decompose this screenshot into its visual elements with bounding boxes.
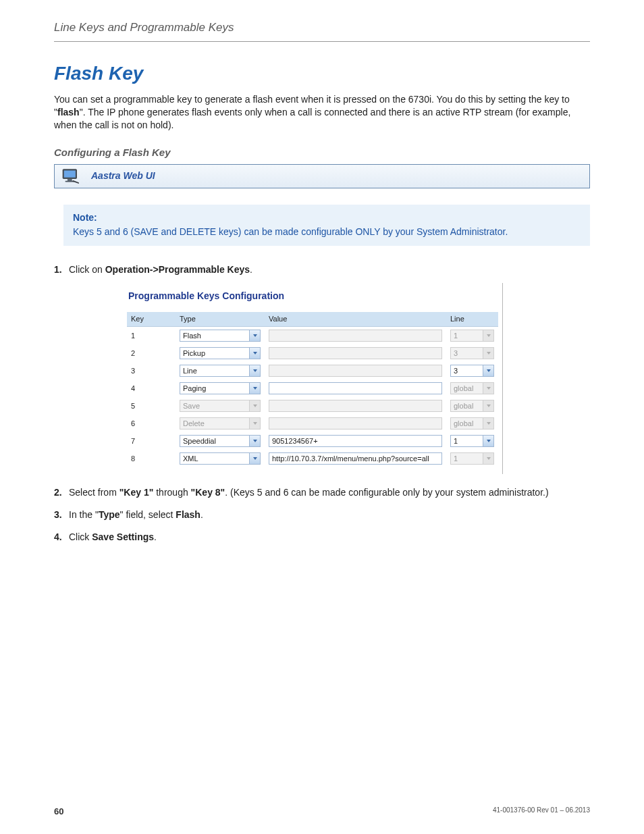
cell-value [265,380,446,397]
cell-value [265,397,446,415]
line-select[interactable]: 3 [450,365,494,377]
step-3: 3. In the "Type" field, select Flash. [54,509,590,521]
table-row: 4Pagingglobal [127,380,498,397]
step-2: 2. Select from "Key 1" through "Key 8". … [54,486,590,499]
step-number: 4. [54,531,62,544]
cell-key: 7 [127,432,176,450]
table-row: 1Flash1 [127,327,498,345]
value-input [269,417,442,429]
chevron-down-icon [249,418,260,429]
chevron-down-icon[interactable] [483,365,493,376]
svg-rect-2 [68,179,72,181]
chevron-down-icon[interactable] [483,436,493,446]
cell-type: XML [176,450,265,467]
value-input[interactable]: http://10.70.3.7/xml/menu/menu.php?sourc… [269,452,442,465]
type-select[interactable]: XML [180,452,261,465]
chevron-down-icon [483,383,493,394]
cell-value [265,327,446,345]
cell-value [265,344,446,362]
step-number: 1. [54,263,62,276]
table-row: 6Deleteglobal [127,415,498,432]
note-label: Note: [73,211,581,224]
value-input [269,400,442,412]
cell-value: http://10.70.3.7/xml/menu/menu.php?sourc… [265,450,446,467]
line-select-value: 3 [451,366,483,376]
running-header: Line Keys and Programmable Keys [54,20,590,42]
table-row: 2Pickup3 [127,344,498,362]
step-1: 1. Click on Operation->Programmable Keys… [54,263,590,474]
type-select[interactable]: Flash [180,330,261,342]
line-select-value: global [451,419,483,429]
type-select-value: Save [180,401,249,411]
line-select-value: 1 [451,331,483,341]
line-select: global [450,417,494,429]
cell-key: 6 [127,415,176,432]
line-select-value: global [451,384,483,394]
type-select[interactable]: Pickup [180,347,261,359]
chevron-down-icon[interactable] [249,453,260,464]
type-select-value: Paging [180,384,249,394]
intro-paragraph: You can set a programmable key to genera… [54,93,590,132]
chevron-down-icon[interactable] [249,330,260,341]
cell-line: global [446,415,498,432]
type-select[interactable]: Paging [180,382,261,394]
step-4-a: Click [69,531,92,542]
cell-type: Pickup [176,344,265,362]
type-select-value: XML [180,454,249,464]
cell-value: 9051234567+ [265,432,446,450]
step-2-a: Select from [69,487,119,498]
type-select: Delete [180,417,261,429]
note-box: Note: Keys 5 and 6 (SAVE and DELETE keys… [63,205,590,246]
cell-type: Save [176,397,265,415]
value-input [269,330,442,342]
note-text: Keys 5 and 6 (SAVE and DELETE keys) can … [73,226,581,238]
value-input-value: http://10.70.3.7/xml/menu/menu.php?sourc… [269,454,441,464]
type-select[interactable]: Speeddial [180,435,261,447]
cell-key: 3 [127,362,176,380]
type-select: Save [180,400,261,412]
step-3-d: Flash [176,509,200,520]
value-input [269,365,442,377]
cell-key: 1 [127,327,176,345]
value-input[interactable] [269,382,442,394]
intro-text-b: ". The IP phone generates flash events o… [54,107,570,130]
chevron-down-icon[interactable] [249,348,260,359]
type-select-value: Delete [180,419,249,429]
chevron-down-icon [483,400,493,411]
cell-type: Flash [176,327,265,345]
intro-bold: flash [57,107,80,118]
value-input-value: 9051234567+ [269,436,441,446]
step-2-b: "Key 1" [119,487,154,498]
cell-line: 1 [446,450,498,467]
step-2-e: . (Keys 5 and 6 can be made configurable… [225,487,548,498]
cell-type: Delete [176,415,265,432]
cell-type: Speeddial [176,432,265,450]
screenshot-title: Programmable Keys Configuration [128,290,497,303]
type-select-value: Pickup [180,348,249,359]
step-3-a: In the " [69,509,99,520]
chevron-down-icon [483,453,493,464]
section-title: Flash Key [54,61,590,86]
step-2-c: through [153,487,190,498]
screenshot-panel: Programmable Keys Configuration Key Type… [123,283,503,474]
cell-value [265,362,446,380]
table-row: 7Speeddial9051234567+1 [127,432,498,450]
cell-key: 5 [127,397,176,415]
chevron-down-icon[interactable] [249,365,260,376]
line-select: 3 [450,347,494,359]
value-input[interactable]: 9051234567+ [269,435,442,447]
webui-bar: Aastra Web UI [54,164,590,188]
type-select-value: Speeddial [180,436,249,446]
step-4: 4. Click Save Settings. [54,531,590,544]
type-select-value: Flash [180,331,249,341]
line-select[interactable]: 1 [450,435,494,447]
chevron-down-icon[interactable] [249,436,260,446]
monitor-icon [61,169,80,184]
cell-line: global [446,380,498,397]
chevron-down-icon[interactable] [249,383,260,394]
step-3-c: " field, select [120,509,176,520]
line-select: 1 [450,452,494,465]
chevron-down-icon [483,348,493,359]
svg-rect-1 [64,170,76,177]
type-select[interactable]: Line [180,365,261,377]
